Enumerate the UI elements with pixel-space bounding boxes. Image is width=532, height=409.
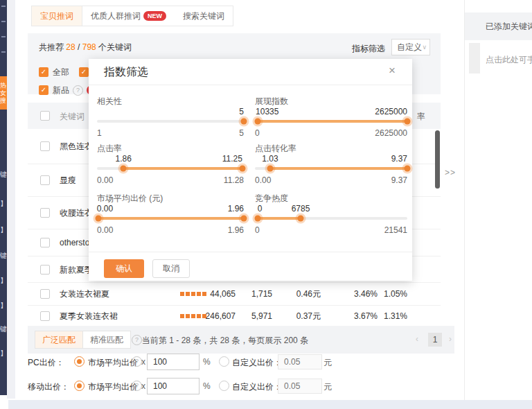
slider-track[interactable] xyxy=(255,120,407,123)
left-sidebar-clipped: 热女 搜 关键 】 向】 关键 向】 词】 键 】 xyxy=(0,0,7,395)
next-page-icon[interactable]: › xyxy=(449,334,452,344)
slider-fill xyxy=(98,217,244,220)
slider-max: 21541 xyxy=(384,225,407,235)
mobile-multiplier-input[interactable] xyxy=(147,378,200,394)
slider-handle[interactable] xyxy=(241,119,247,125)
help-icon[interactable]: ? xyxy=(132,356,142,367)
page-number[interactable]: 1 xyxy=(428,333,442,347)
slider-handle[interactable] xyxy=(255,119,261,125)
select-all-checkbox[interactable] xyxy=(40,111,50,121)
slider-label: 竞争热度 xyxy=(255,193,407,204)
metric-filter-label: 指标筛选 xyxy=(352,43,385,55)
custom-bid-radio[interactable] xyxy=(219,356,229,367)
slider-range: 0.009.37 xyxy=(255,175,407,185)
cell-avg-price: 0.46元 xyxy=(272,288,321,300)
slider-track[interactable] xyxy=(255,217,407,220)
row-checkbox[interactable] xyxy=(40,208,50,218)
slider-track[interactable] xyxy=(255,167,407,170)
tab-item-keywords[interactable]: 宝贝推词 xyxy=(32,6,82,26)
help-icon[interactable]: ? xyxy=(132,335,142,345)
panel-expand-button[interactable]: >> xyxy=(445,168,456,177)
panel-hint-text: 点击此处可手 xyxy=(486,54,532,66)
slider-min: 0.00 xyxy=(255,175,271,185)
exact-match-button[interactable]: 精准匹配 xyxy=(83,331,131,349)
slider-value: 1.03 xyxy=(262,154,278,164)
dropdown-value: 自定义 xyxy=(397,42,422,52)
keyword-name: 显瘦 xyxy=(60,175,76,186)
custom-bid-radio[interactable] xyxy=(219,381,229,391)
percent-label: % xyxy=(203,381,211,391)
slider-value: 5 xyxy=(239,107,244,116)
sidebar-item-fragment[interactable]: 向】 xyxy=(0,225,7,235)
checkbox-all[interactable]: ✓ xyxy=(39,67,48,77)
slider-handle[interactable] xyxy=(405,119,411,125)
checkbox-potential[interactable]: ✓ xyxy=(79,67,89,77)
match-type-toggle: 广泛匹配 精准匹配 xyxy=(35,331,131,349)
slider-handle[interactable] xyxy=(96,216,102,222)
row-checkbox[interactable] xyxy=(40,238,50,247)
slider-range: 15 xyxy=(97,128,244,138)
tab-label: 搜索关键词 xyxy=(183,6,224,26)
chevron-down-icon: ∨ xyxy=(422,40,427,55)
help-icon[interactable]: ? xyxy=(73,85,83,96)
avg-price-radio[interactable] xyxy=(74,356,85,367)
slider-ctr: 点击率 1.8611.25 0.0011.28 xyxy=(97,143,244,185)
help-icon[interactable]: ? xyxy=(132,381,142,391)
slider-min: 0.00 xyxy=(97,225,113,235)
sidebar-item-fragment[interactable]: 】 xyxy=(0,199,7,209)
sidebar-active-text: 搜 xyxy=(0,97,7,105)
row-checkbox[interactable] xyxy=(40,289,50,299)
slider-handle[interactable] xyxy=(239,166,245,172)
close-icon[interactable]: × xyxy=(389,64,396,78)
slider-values: 1.039.37 xyxy=(255,154,407,164)
sidebar-item-fragment[interactable]: 向】 xyxy=(0,276,7,286)
avg-price-label: 市场平均出价 xyxy=(88,357,138,369)
checkbox-new-product[interactable]: ✓ xyxy=(39,85,48,95)
slider-max: 11.28 xyxy=(224,175,244,185)
sidebar-item-fragment[interactable]: 关键 xyxy=(0,251,7,261)
row-checkbox[interactable] xyxy=(40,175,50,185)
row-checkbox[interactable] xyxy=(40,311,50,321)
tab-audience-keywords[interactable]: 优质人群推词NEW xyxy=(82,6,175,26)
slider-handle[interactable] xyxy=(405,166,411,172)
pc-multiplier-input[interactable] xyxy=(147,354,200,370)
slider-track[interactable] xyxy=(97,120,244,123)
sidebar-item-fragment[interactable]: 词】 xyxy=(0,301,7,311)
slider-value: 0 xyxy=(258,204,263,214)
slider-track[interactable] xyxy=(97,217,244,220)
row-checkbox[interactable] xyxy=(40,265,50,275)
slider-label: 市场平均出价 (元) xyxy=(97,193,244,204)
confirm-button[interactable]: 确认 xyxy=(104,259,144,278)
cancel-button[interactable]: 取消 xyxy=(152,259,190,278)
table-row[interactable]: 夏季女装连衣裙 246,607 5,971 0.37元 3.67% 1.31% xyxy=(28,306,441,327)
table-row[interactable]: 女装连衣裙夏 44,065 1,715 0.46元 3.46% 1.05% xyxy=(28,283,441,306)
table-scrollbar[interactable] xyxy=(435,130,440,189)
slider-avg-price: 市场平均出价 (元) 0.001.96 0.001.96 xyxy=(97,193,244,235)
slider-handle[interactable] xyxy=(255,216,261,222)
broad-match-button[interactable]: 广泛匹配 xyxy=(35,331,83,349)
sidebar-item-fragment[interactable]: 关键 xyxy=(0,170,7,180)
slider-handle[interactable] xyxy=(241,216,247,222)
column-header-keyword: 关键词 xyxy=(60,111,85,123)
pc-custom-bid-input[interactable] xyxy=(278,354,322,369)
row-checkbox[interactable] xyxy=(40,141,50,151)
mobile-custom-bid-input[interactable] xyxy=(278,378,322,394)
slider-track[interactable] xyxy=(97,167,244,170)
cell-clicks: 5,971 xyxy=(231,311,272,321)
tab-search-keywords[interactable]: 搜索关键词 xyxy=(175,6,233,26)
prev-page-icon[interactable]: ‹ xyxy=(416,334,418,344)
slider-handle[interactable] xyxy=(298,216,304,222)
slider-handle[interactable] xyxy=(121,166,127,172)
sidebar-item-fragment[interactable]: 】 xyxy=(0,349,7,358)
recommend-prefix: 共推荐 xyxy=(39,42,66,52)
metric-filter-dropdown[interactable]: 自定义 ∨ xyxy=(391,39,430,55)
sidebar-item-fragment[interactable]: 键 xyxy=(0,324,7,334)
sidebar-divider xyxy=(1,6,6,7)
avg-price-radio[interactable] xyxy=(74,381,85,391)
slider-handle[interactable] xyxy=(267,166,274,172)
slider-cvr: 点击转化率 1.039.37 0.009.37 xyxy=(255,143,407,185)
avg-price-label: 市场平均出价 xyxy=(88,381,138,393)
slider-label: 点击率 xyxy=(97,143,244,154)
sidebar-gutter xyxy=(7,0,15,399)
sidebar-active-item[interactable]: 热女 搜 xyxy=(0,76,7,110)
